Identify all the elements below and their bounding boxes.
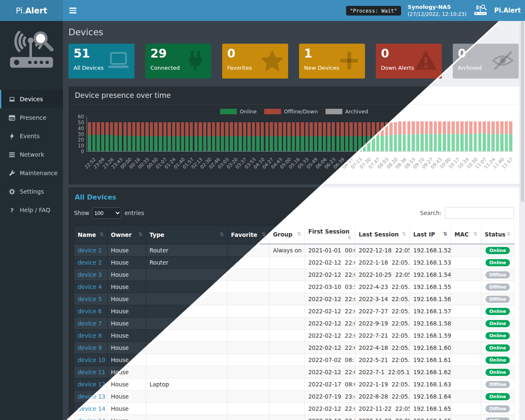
cell-group: [270, 366, 305, 378]
column-header-status[interactable]: Status⇅: [481, 225, 514, 244]
bar-online-segment: [154, 136, 158, 151]
chart-bar: [256, 116, 260, 151]
brand-logo[interactable]: Pi.Alert: [0, 0, 63, 21]
cell-first-session: 2022-02-12 22:05: [305, 366, 355, 378]
bar-offline-segment: [509, 121, 512, 134]
cell-last-session: 2022-1-19 22:05.30: [355, 378, 410, 391]
card-new-devices[interactable]: 1New Devices: [299, 44, 365, 79]
cell-last-ip: 192.168.1.57: [410, 305, 451, 318]
bar-offline-segment: [265, 122, 269, 136]
sidebar-item-events[interactable]: Events: [0, 127, 63, 145]
chart-bar: [434, 116, 437, 151]
chart-bar: [496, 116, 499, 151]
bar-online-segment: [460, 134, 464, 152]
device-link[interactable]: device 1: [78, 247, 102, 254]
chart-bar: [314, 116, 318, 151]
device-link[interactable]: device 3: [78, 271, 102, 278]
device-link[interactable]: device 4: [78, 284, 102, 290]
column-header-mac[interactable]: MAC⇅: [451, 225, 481, 244]
bar-online-segment: [509, 134, 512, 152]
cell-mac: [451, 378, 481, 391]
bar-offline-segment: [394, 122, 397, 135]
bar-online-segment: [407, 134, 411, 151]
status-badge: Offline: [486, 271, 510, 278]
app-name: Pi.Alert: [494, 7, 521, 14]
column-header-last-ip[interactable]: Last IP⇅: [410, 225, 451, 244]
bar-online-segment: [234, 136, 238, 151]
sidebar-item-help-faq[interactable]: ?Help / FAQ: [0, 201, 63, 219]
bar-offline-segment: [172, 122, 176, 136]
sort-icon: ⇅: [347, 235, 352, 241]
scrollbar-thumb[interactable]: [521, 21, 524, 202]
legend-swatch: [220, 109, 237, 114]
chart-bar: [456, 116, 459, 151]
bar-offline-segment: [230, 122, 233, 136]
screenshot-stage: Pi.Alert "Process: Wait" Synology-NAS (2…: [0, 0, 525, 420]
column-header-group[interactable]: Group⇅: [270, 225, 305, 244]
device-link[interactable]: device 6: [78, 308, 102, 315]
device-link[interactable]: device 10: [78, 357, 105, 363]
device-link[interactable]: device 5: [78, 296, 102, 302]
column-header-type[interactable]: Type⇅: [146, 226, 228, 244]
cell-last-session: 2022-4-18 22:05.48: [355, 342, 410, 354]
sidebar-item-maintenance[interactable]: Maintenance: [0, 164, 63, 182]
bar-offline-segment: [372, 122, 375, 136]
device-link[interactable]: device 12: [78, 381, 105, 388]
bar-offline-segment: [505, 121, 508, 134]
device-link[interactable]: device 14: [78, 417, 105, 420]
cell-type: [146, 391, 228, 403]
cell-status: Online: [481, 391, 514, 403]
bar-online-segment: [190, 136, 193, 151]
bar-offline-segment: [203, 122, 207, 136]
card-connected[interactable]: 29Connected: [145, 44, 211, 79]
cell-group: [270, 415, 305, 420]
card-down-alerts[interactable]: 0Down Alerts: [376, 44, 442, 79]
legend-label: Archived: [345, 108, 368, 115]
cell-last-ip: 192.168.1.61: [410, 354, 451, 366]
device-link[interactable]: device 14: [78, 405, 105, 412]
bar-offline-segment: [119, 122, 122, 136]
status-badge: Online: [486, 332, 510, 339]
sidebar-toggle-button[interactable]: [63, 0, 82, 21]
cell-group: [270, 281, 305, 293]
bar-online-segment: [159, 136, 162, 151]
card-favorites[interactable]: 0Favorites: [222, 44, 288, 79]
sidebar-item-settings[interactable]: Settings: [0, 182, 63, 201]
bar-online-segment: [505, 134, 508, 152]
bar-online-segment: [500, 134, 504, 152]
cell-status: Offline: [481, 281, 514, 293]
bar-offline-segment: [97, 122, 100, 135]
page-length-select[interactable]: 100: [92, 207, 121, 219]
cell-last-session: 2022-10-25 22:05.23: [355, 269, 410, 281]
column-header-name[interactable]: Name⇅: [74, 226, 108, 244]
page-scrollbar[interactable]: [520, 21, 525, 420]
bar-online-segment: [274, 136, 278, 151]
bar-offline-segment: [243, 122, 247, 136]
brand-pre: Pi.: [16, 6, 25, 15]
cell-mac: [451, 305, 481, 318]
device-link[interactable]: device 7: [78, 320, 102, 327]
bar-offline-segment: [274, 122, 278, 136]
device-link[interactable]: device 9: [78, 344, 102, 351]
column-header-owner[interactable]: Owner⇅: [108, 226, 146, 244]
column-header-last-session[interactable]: Last Session⇅: [355, 225, 410, 244]
column-header-first-session[interactable]: First Session⇅: [305, 225, 355, 244]
search-input[interactable]: [445, 207, 514, 219]
device-link[interactable]: device 2: [78, 259, 102, 266]
bar-offline-segment: [310, 122, 313, 136]
sidebar-item-network[interactable]: Network: [0, 145, 63, 164]
device-link[interactable]: device 11: [78, 369, 105, 375]
sidebar-item-devices[interactable]: Devices: [0, 90, 63, 108]
card-all-devices[interactable]: 51All Devices: [68, 44, 134, 79]
chart-bar: [452, 116, 455, 151]
cell-type: Router: [146, 257, 228, 269]
bar-online-segment: [199, 136, 202, 151]
bar-online-segment: [105, 135, 109, 151]
sidebar-item-presence[interactable]: Presence: [0, 108, 63, 127]
cell-status: Online: [481, 244, 514, 257]
cell-last-session: 2022-4-23 22:05.49: [355, 281, 410, 293]
device-link[interactable]: device 8: [78, 332, 102, 339]
bar-online-segment: [239, 136, 242, 151]
cell-last-session: 2022-1-18 22:05.34: [355, 257, 410, 269]
bar-offline-segment: [452, 121, 455, 134]
